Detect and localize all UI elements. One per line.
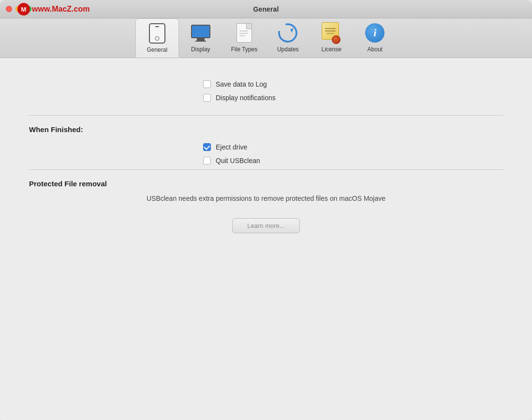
license-icon [321, 22, 342, 44]
app-window: M www.MacZ.com General General [0, 0, 532, 420]
watermark-text: www.MacZ.com [32, 5, 89, 14]
window-title: General [253, 5, 279, 13]
eject-drive-row: Eject drive [203, 143, 329, 151]
quit-usbclean-label: Quit USBclean [216, 157, 260, 165]
tab-updates-label: Updates [277, 46, 299, 53]
eject-drive-checkbox[interactable] [203, 143, 211, 151]
svg-point-0 [278, 23, 298, 43]
notifications-label: Display notifications [216, 94, 276, 102]
svg-marker-1 [290, 28, 294, 33]
title-bar: M www.MacZ.com General [0, 0, 532, 18]
protected-removal-section: Protected File removal USBclean needs ex… [29, 180, 503, 233]
tab-about-label: About [368, 46, 383, 53]
tab-about[interactable]: i About [353, 18, 397, 58]
display-icon [190, 22, 211, 44]
about-icon: i [364, 22, 385, 44]
notifications-checkbox[interactable] [203, 94, 211, 102]
toolbar: General Display [0, 18, 532, 58]
divider-2 [29, 169, 503, 170]
when-finished-checkboxes: Eject drive Quit USBclean [29, 143, 503, 165]
notifications-row: Display notifications [203, 94, 329, 102]
tab-display[interactable]: Display [179, 18, 222, 58]
top-checkboxes-section: Save data to Log Display notifications [29, 80, 503, 102]
learn-more-button[interactable]: Learn more... [232, 218, 300, 233]
when-finished-section: When Finished: Eject drive Quit USBclean [29, 125, 503, 165]
divider-1 [29, 115, 503, 116]
toolbar-items: General Display [135, 18, 397, 58]
main-content: Save data to Log Display notifications W… [0, 58, 532, 420]
updates-icon [277, 22, 298, 44]
tab-license[interactable]: License [310, 18, 353, 58]
filetypes-icon [234, 22, 255, 44]
quit-usbclean-checkbox[interactable] [203, 157, 211, 165]
tab-filetypes[interactable]: File Types [222, 18, 266, 58]
quit-usbclean-row: Quit USBclean [203, 157, 329, 165]
save-log-label: Save data to Log [216, 80, 267, 88]
save-log-checkbox[interactable] [203, 80, 211, 88]
protected-removal-heading: Protected File removal [29, 180, 503, 188]
tab-general[interactable]: General [135, 18, 179, 58]
watermark-logo: M [17, 3, 30, 15]
watermark: M www.MacZ.com [17, 3, 89, 15]
when-finished-heading: When Finished: [29, 125, 503, 134]
eject-drive-label: Eject drive [216, 143, 247, 151]
general-icon [147, 23, 168, 44]
tab-general-label: General [147, 46, 167, 53]
tab-display-label: Display [191, 46, 210, 53]
tab-filetypes-label: File Types [231, 46, 257, 53]
protected-removal-description: USBclean needs extra permissions to remo… [121, 194, 411, 204]
close-button[interactable] [6, 6, 12, 12]
save-log-row: Save data to Log [203, 80, 329, 88]
tab-updates[interactable]: Updates [266, 18, 310, 58]
tab-license-label: License [322, 46, 341, 53]
